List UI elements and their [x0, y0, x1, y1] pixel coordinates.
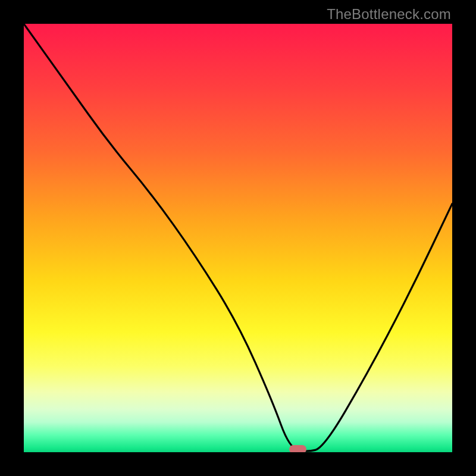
chart-container: TheBottleneck.com — [0, 0, 476, 476]
plot-area — [24, 24, 452, 452]
bottleneck-curve — [24, 24, 452, 452]
optimal-marker — [289, 445, 306, 452]
watermark-label: TheBottleneck.com — [327, 6, 451, 23]
